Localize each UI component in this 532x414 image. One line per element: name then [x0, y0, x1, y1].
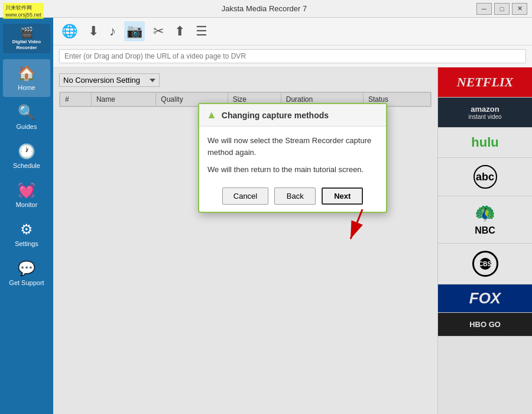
monitor-icon: 💓: [18, 182, 35, 199]
home-icon: 🏠: [18, 65, 35, 82]
sidebar: 🎬 Digital Video Recorder 🏠 Home 🔍 Guides…: [0, 18, 53, 414]
guides-icon: 🔍: [18, 104, 35, 121]
url-bar: [53, 46, 532, 67]
app-body: 🎬 Digital Video Recorder 🏠 Home 🔍 Guides…: [0, 18, 532, 414]
dialog-footer: Cancel Back Next: [199, 180, 386, 212]
sidebar-label-monitor: Monitor: [16, 201, 38, 208]
schedule-icon: 🕐: [18, 143, 35, 160]
next-button[interactable]: Next: [322, 187, 363, 205]
close-button[interactable]: ✕: [512, 3, 527, 15]
settings-icon: ⚙: [20, 221, 33, 238]
sidebar-label-settings: Settings: [15, 240, 38, 247]
sidebar-label-support: Get Support: [9, 279, 44, 286]
sidebar-item-monitor[interactable]: 💓 Monitor: [3, 176, 50, 214]
music-icon[interactable]: ♪: [107, 21, 118, 41]
sidebar-item-home[interactable]: 🏠 Home: [3, 59, 50, 97]
sidebar-item-settings[interactable]: ⚙ Settings: [3, 215, 50, 253]
back-button[interactable]: Back: [274, 187, 316, 205]
maximize-button[interactable]: □: [494, 3, 510, 15]
upload-icon[interactable]: ⬆: [172, 21, 187, 41]
window-controls: ─ □ ✕: [476, 3, 527, 15]
sidebar-label-guides: Guides: [17, 123, 37, 130]
download-icon[interactable]: ⬇: [86, 21, 101, 41]
svg-line-1: [351, 209, 362, 239]
main-content: 🌐 ⬇ ♪ 📷 ✂ ⬆ ☰ No Conversion Setting: [53, 18, 532, 414]
web-icon[interactable]: 🌐: [59, 21, 80, 41]
minimize-button[interactable]: ─: [476, 3, 492, 15]
sidebar-label-home: Home: [18, 84, 35, 91]
dialog: ▲ Changing capture methods We will now s…: [198, 103, 387, 213]
cbs-label: CBS: [479, 261, 491, 267]
content-area: No Conversion Setting # Name Quality Siz…: [53, 67, 532, 414]
cancel-button[interactable]: Cancel: [222, 187, 268, 205]
sidebar-item-schedule[interactable]: 🕐 Schedule: [3, 137, 50, 175]
cut-icon[interactable]: ✂: [151, 21, 166, 41]
url-input[interactable]: [59, 49, 526, 63]
dialog-title: Changing capture methods: [222, 111, 329, 120]
sidebar-item-support[interactable]: 💬 Get Support: [3, 254, 50, 292]
app-logo: 🎬 Digital Video Recorder: [3, 24, 50, 53]
watermark: 川来软件网 www.orsj55.net: [3, 3, 44, 19]
toolbar: 🌐 ⬇ ♪ 📷 ✂ ⬆ ☰: [53, 18, 532, 46]
dialog-overlay: ▲ Changing capture methods We will now s…: [53, 67, 532, 414]
dialog-text-1: We will now select the Stream Recorder c…: [207, 135, 378, 158]
support-icon: 💬: [18, 260, 35, 277]
dialog-header-icon: ▲: [206, 109, 217, 121]
dialog-text-2: We will then return to the main tutorial…: [207, 164, 378, 176]
app-title: Jaksta Media Recorder 7: [52, 4, 476, 13]
menu-icon[interactable]: ☰: [193, 21, 210, 41]
titlebar: Jaksta Media Recorder 7 ─ □ ✕: [0, 0, 532, 18]
logo-text: Digital Video Recorder: [3, 39, 50, 50]
sidebar-item-guides[interactable]: 🔍 Guides: [3, 98, 50, 136]
video-icon[interactable]: 📷: [124, 21, 145, 41]
sidebar-label-schedule: Schedule: [13, 162, 40, 169]
dialog-body: We will now select the Stream Recorder c…: [199, 127, 386, 180]
dialog-header: ▲ Changing capture methods: [199, 104, 386, 127]
